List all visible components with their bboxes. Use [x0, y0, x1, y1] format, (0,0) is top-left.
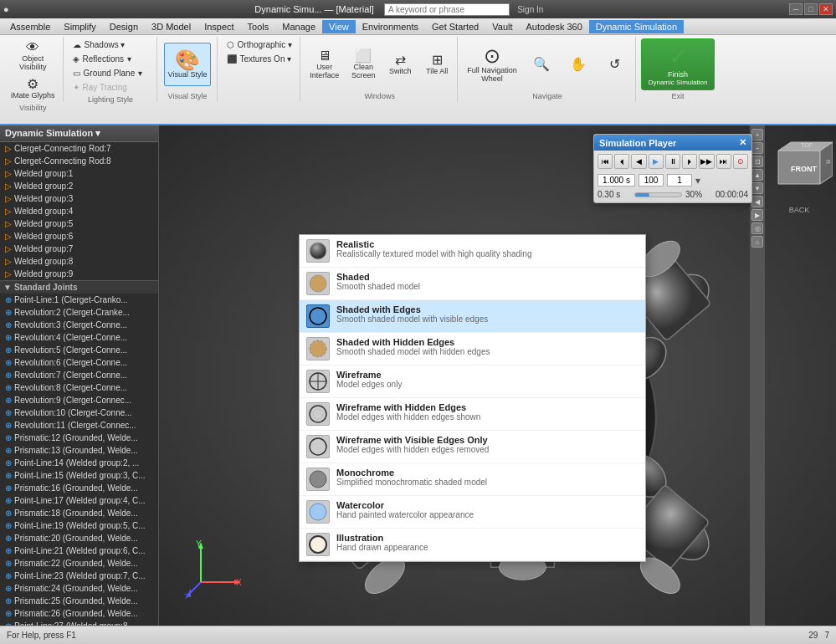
sim-close-btn[interactable]: ✕ — [739, 137, 746, 148]
joint-16[interactable]: ⊕ Prismatic:16 (Grounded, Welde... — [0, 482, 158, 494]
menu-view[interactable]: View — [322, 20, 356, 33]
joint-4[interactable]: ⊕ Revolution:4 (Clerget-Conne... — [0, 331, 158, 344]
imate-glyphs-button[interactable]: ⚙ iMate Glyphs — [7, 75, 59, 102]
joint-1[interactable]: ⊕ Point-Line:1 (Clerget-Cranko... — [0, 294, 158, 306]
zoom-in-button[interactable]: + — [751, 129, 763, 141]
shadows-button[interactable]: ☁ Shadows ▾ — [69, 38, 130, 51]
full-nav-wheel-button[interactable]: ⊙ Full NavigationWheel — [463, 43, 521, 86]
pan-button[interactable]: ✋ — [562, 55, 595, 74]
dropdown-item-illustration[interactable]: Illustration Hand drawn appearance — [300, 529, 645, 561]
tree-item-rod8[interactable]: ▷ Clerget-Connecting Rod:8 — [0, 155, 158, 167]
sim-play-button[interactable]: ▶ — [649, 154, 664, 169]
tree-item-rod7[interactable]: ▷ Clerget-Connecting Rod:7 — [0, 142, 158, 155]
sim-record-button[interactable]: ⊙ — [733, 154, 748, 169]
tree-item-weld4[interactable]: ▷ Welded group:4 — [0, 205, 158, 217]
joint-6[interactable]: ⊕ Revolution:6 (Clerget-Conne... — [0, 356, 158, 369]
dropdown-item-wireframe-visible[interactable]: Wireframe with Visible Edges Only Model … — [300, 431, 645, 463]
reflections-button[interactable]: ◈ Reflections ▾ — [69, 53, 136, 65]
menu-manage[interactable]: Manage — [275, 20, 322, 33]
sim-step-back-button[interactable]: ⏴ — [614, 154, 629, 169]
navigation-cube[interactable]: FRONT R TOP BACK — [766, 134, 833, 217]
joint-8[interactable]: ⊕ Revolution:8 (Clerget-Conne... — [0, 381, 158, 394]
sign-in-link[interactable]: Sign In — [517, 5, 543, 14]
joint-13[interactable]: ⊕ Prismatic:13 (Grounded, Welde... — [0, 444, 158, 457]
menu-getstarted[interactable]: Get Started — [425, 20, 485, 33]
joint-7[interactable]: ⊕ Revolution:7 (Clerget-Conne... — [0, 369, 158, 381]
dropdown-item-shaded[interactable]: Shaded Smooth shaded model — [300, 268, 645, 300]
dropdown-item-wireframe-hidden[interactable]: Wireframe with Hidden Edges Model edges … — [300, 398, 645, 431]
tree-item-weld3[interactable]: ▷ Welded group:3 — [0, 192, 158, 205]
sim-fast-forward-button[interactable]: ▶▶ — [699, 154, 714, 169]
menu-inspect[interactable]: Inspect — [197, 20, 240, 33]
sim-step-size-input[interactable] — [667, 174, 692, 187]
switch-button[interactable]: ⇄ Switch — [383, 51, 417, 78]
zoom-all-button[interactable]: ⊡ — [751, 156, 763, 167]
look-at-button[interactable]: ◎ — [751, 222, 763, 234]
joint-3[interactable]: ⊕ Revolution:3 (Clerget-Conne... — [0, 319, 158, 331]
tree-item-weld9[interactable]: ▷ Welded group:9 — [0, 268, 158, 280]
menu-environments[interactable]: Environments — [356, 20, 425, 33]
raytracing-button[interactable]: ✦ Ray Tracing — [69, 81, 131, 94]
zoom-out-button[interactable]: − — [751, 142, 763, 154]
sim-end-time-input[interactable] — [598, 174, 635, 187]
menu-autodesk360[interactable]: Autodesk 360 — [520, 20, 589, 33]
minimize-button[interactable]: ─ — [789, 3, 803, 15]
tree-item-weld7[interactable]: ▷ Welded group:7 — [0, 243, 158, 255]
joint-15[interactable]: ⊕ Point-Line:15 (Welded group:3, C... — [0, 469, 158, 482]
menu-assemble[interactable]: Assemble — [3, 20, 57, 33]
sim-goto-start-button[interactable]: ⏮ — [598, 154, 613, 169]
joint-25[interactable]: ⊕ Prismatic:25 (Grounded, Welde... — [0, 595, 158, 607]
clean-screen-button[interactable]: ⬜ CleanScreen — [346, 47, 380, 82]
menu-vault[interactable]: Vault — [485, 20, 519, 33]
joint-12[interactable]: ⊕ Prismatic:12 (Grounded, Welde... — [0, 432, 158, 444]
joint-9[interactable]: ⊕ Revolution:9 (Clerget-Connec... — [0, 394, 158, 406]
tree-item-weld2[interactable]: ▷ Welded group:2 — [0, 180, 158, 192]
tree-item-weld1[interactable]: ▷ Welded group:1 — [0, 167, 158, 180]
joint-18[interactable]: ⊕ Prismatic:18 (Grounded, Welde... — [0, 507, 158, 519]
orthographic-button[interactable]: ⬡ Orthographic ▾ — [223, 38, 297, 51]
joint-23[interactable]: ⊕ Point-Line:23 (Welded group:7, C... — [0, 570, 158, 582]
joint-14[interactable]: ⊕ Point-Line:14 (Welded group:2, ... — [0, 457, 158, 469]
zoom-button[interactable]: 🔍 — [525, 55, 558, 74]
dropdown-item-monochrome[interactable]: Monochrome Simplified monochromatic shad… — [300, 463, 645, 496]
dropdown-item-watercolor[interactable]: Watercolor Hand painted watercolor appea… — [300, 496, 645, 529]
finish-simulation-button[interactable]: ✓ Finish Dynamic Simulation — [641, 38, 715, 90]
sim-dropdown-arrow[interactable]: ▾ — [695, 175, 700, 187]
sim-progress-bar[interactable] — [634, 192, 682, 197]
joint-20[interactable]: ⊕ Prismatic:20 (Grounded, Welde... — [0, 532, 158, 544]
orbit-button[interactable]: ↺ — [598, 55, 632, 74]
joint-19[interactable]: ⊕ Point-Line:19 (Welded group:5, C... — [0, 519, 158, 532]
sim-step-forward-button[interactable]: ⏵ — [682, 154, 697, 169]
rotate-up-button[interactable]: ▲ — [751, 169, 763, 181]
joint-26[interactable]: ⊕ Prismatic:26 (Grounded, Welde... — [0, 607, 158, 620]
joint-27[interactable]: ⊕ Point-Line:27 (Welded group:8, ... — [0, 620, 158, 626]
sim-pause-button[interactable]: ⏸ — [665, 154, 680, 169]
sim-reverse-button[interactable]: ◀ — [631, 154, 646, 169]
textures-button[interactable]: ⬛ Textures On ▾ — [223, 53, 296, 65]
menu-tools[interactable]: Tools — [241, 20, 276, 33]
dropdown-item-shaded-hidden[interactable]: Shaded with Hidden Edges Smooth shaded m… — [300, 333, 645, 365]
menu-simplify[interactable]: Simplify — [57, 20, 103, 33]
rotate-left-button[interactable]: ◀ — [751, 196, 763, 207]
dropdown-item-wireframe[interactable]: Wireframe Model edges only — [300, 365, 645, 398]
joint-11[interactable]: ⊕ Revolution:11 (Clerget-Connec... — [0, 419, 158, 432]
joint-5[interactable]: ⊕ Revolution:5 (Clerget-Conne... — [0, 344, 158, 356]
joint-24[interactable]: ⊕ Prismatic:24 (Grounded, Welde... — [0, 582, 158, 595]
user-interface-button[interactable]: 🖥 UserInterface — [305, 47, 343, 82]
tree-item-weld8[interactable]: ▷ Welded group:8 — [0, 255, 158, 268]
dropdown-item-shaded-edges[interactable]: Shaded with Edges Smooth shaded model wi… — [300, 300, 645, 333]
rotate-right-button[interactable]: ▶ — [751, 209, 763, 221]
joint-22[interactable]: ⊕ Prismatic:22 (Grounded, Welde... — [0, 557, 158, 570]
tree-item-weld5[interactable]: ▷ Welded group:5 — [0, 217, 158, 230]
visual-style-button[interactable]: 🎨 Visual Style — [164, 43, 212, 86]
canvas-area[interactable]: X Y Z FRONT R TOP BACK + − ⊡ ▲ ▼ — [159, 125, 836, 626]
search-input[interactable] — [384, 3, 510, 16]
tree-item-weld6[interactable]: ▷ Welded group:6 — [0, 230, 158, 243]
menu-design[interactable]: Design — [103, 20, 145, 33]
menu-dynamicsim[interactable]: Dynamic Simulation — [589, 20, 684, 33]
home-button[interactable]: ⌂ — [751, 236, 763, 248]
object-visibility-button[interactable]: 👁 Object Visibility — [15, 38, 50, 74]
sim-goto-end-button[interactable]: ⏭ — [716, 154, 731, 169]
panel-header[interactable]: Dynamic Simulation ▾ — [0, 125, 158, 142]
menu-3dmodel[interactable]: 3D Model — [145, 20, 197, 33]
